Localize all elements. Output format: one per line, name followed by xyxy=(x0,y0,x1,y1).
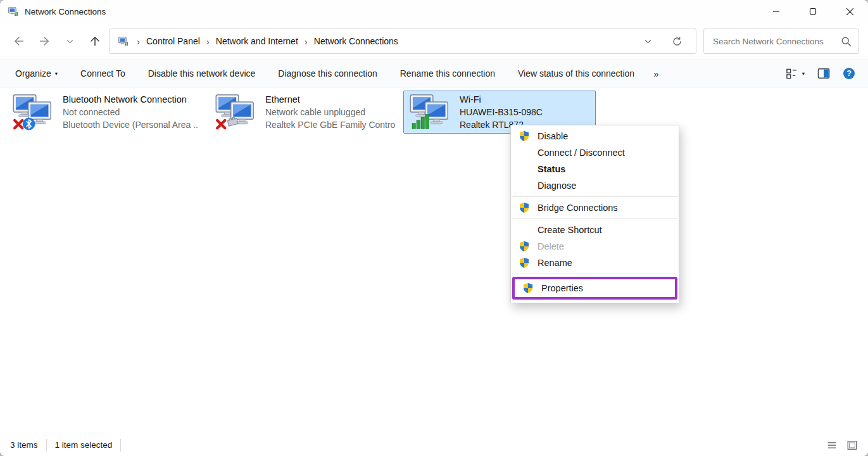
preview-pane-button[interactable] xyxy=(817,68,830,79)
close-button[interactable] xyxy=(831,0,868,23)
status-bar: 3 items 1 item selected xyxy=(0,434,868,456)
address-dropdown-button[interactable] xyxy=(643,36,653,47)
toolbar-item-label: Organize xyxy=(15,68,51,79)
menu-item-label: Connect / Disconnect xyxy=(538,148,625,158)
menu-item-bridge-connections[interactable]: Bridge Connections xyxy=(511,200,679,216)
connection-tile-ethernet[interactable]: EthernetNetwork cable unpluggedRealtek P… xyxy=(209,91,399,134)
toolbar-item-disable-this-network-device[interactable]: Disable this network device xyxy=(148,68,256,79)
refresh-button[interactable] xyxy=(671,35,683,48)
menu-icon-slot xyxy=(519,180,530,191)
uac-shield-icon xyxy=(519,257,530,269)
address-bar[interactable]: ›Control Panel›Network and Internet›Netw… xyxy=(109,28,696,54)
menu-item-rename[interactable]: Rename xyxy=(511,255,679,271)
menu-item-label: Delete xyxy=(538,241,564,251)
up-arrow-icon xyxy=(88,34,102,48)
maximize-button[interactable] xyxy=(795,0,831,23)
connection-status: Not connected xyxy=(63,106,198,118)
connection-name: Wi-Fi xyxy=(460,93,543,106)
properties-highlight-box: Properties xyxy=(512,277,677,300)
menu-item-delete: Delete xyxy=(511,238,679,255)
connection-status: Network cable unplugged xyxy=(265,106,396,118)
uac-shield-icon xyxy=(522,282,534,294)
navigation-bar: ›Control Panel›Network and Internet›Netw… xyxy=(0,23,868,60)
menu-icon-slot xyxy=(519,163,530,175)
toolbar-item-view-status-of-this-connection[interactable]: View status of this connection xyxy=(518,68,634,79)
chevron-down-icon xyxy=(65,36,75,47)
bluetooth-adapter-icon xyxy=(12,94,58,130)
wifi-adapter-icon xyxy=(409,94,455,130)
icons-view-button[interactable] xyxy=(846,440,858,451)
minimize-button[interactable] xyxy=(758,0,795,23)
connection-name: Bluetooth Network Connection xyxy=(63,93,198,106)
uac-shield-icon xyxy=(519,130,530,142)
location-icon xyxy=(118,36,129,47)
toolbar-item-label: Diagnose this connection xyxy=(278,68,377,79)
items-count: 3 items xyxy=(10,440,38,450)
menu-item-label: Create Shortcut xyxy=(538,225,602,235)
window-controls xyxy=(758,0,868,23)
dropdown-caret-icon: ▾ xyxy=(55,70,58,77)
minimize-icon xyxy=(772,8,780,15)
status-divider xyxy=(46,439,47,452)
menu-separator xyxy=(512,218,678,219)
uac-shield-icon xyxy=(519,202,530,213)
connection-info: Bluetooth Network ConnectionNot connecte… xyxy=(63,93,198,131)
menu-item-connect-disconnect[interactable]: Connect / Disconnect xyxy=(511,144,679,161)
breadcrumb-separator: › xyxy=(305,37,308,46)
view-options-button[interactable]: ▾ xyxy=(786,68,805,80)
network-connections-icon xyxy=(8,6,19,17)
svg-text:?: ? xyxy=(846,69,852,78)
menu-item-label: Rename xyxy=(538,258,572,268)
ethernet-adapter-icon xyxy=(215,94,260,130)
menu-item-label: Properties xyxy=(541,283,583,293)
search-icon[interactable] xyxy=(840,35,852,48)
breadcrumb-item-network-and-internet[interactable]: Network and Internet xyxy=(216,36,298,46)
menu-icon-slot xyxy=(519,224,530,236)
menu-separator xyxy=(512,196,678,197)
breadcrumb: ›Control Panel›Network and Internet›Netw… xyxy=(130,36,398,46)
recent-locations-button[interactable] xyxy=(59,30,80,52)
breadcrumb-item-control-panel[interactable]: Control Panel xyxy=(146,36,200,46)
menu-item-status[interactable]: Status xyxy=(511,161,679,177)
breadcrumb-separator: › xyxy=(137,37,140,46)
selection-count: 1 item selected xyxy=(55,440,113,450)
network-connections-window: Network Connections ›Control Panel›Netwo… xyxy=(0,0,868,456)
menu-item-diagnose[interactable]: Diagnose xyxy=(511,177,679,194)
toolbar-item-label: Connect To xyxy=(80,68,125,79)
menu-item-properties[interactable]: Properties xyxy=(515,279,675,297)
menu-icon-slot xyxy=(519,147,530,158)
menu-item-create-shortcut[interactable]: Create Shortcut xyxy=(511,222,679,238)
menu-item-label: Status xyxy=(538,164,565,174)
menu-item-label: Disable xyxy=(538,131,568,141)
breadcrumb-item-network-connections[interactable]: Network Connections xyxy=(314,36,398,46)
list-view-button[interactable] xyxy=(826,440,838,451)
connection-device: Realtek PCIe GbE Family Controller xyxy=(265,118,396,131)
status-divider xyxy=(120,439,121,452)
menu-item-label: Diagnose xyxy=(538,180,576,191)
connection-tile-bluetooth[interactable]: Bluetooth Network ConnectionNot connecte… xyxy=(6,91,201,134)
toolbar-item-label: Rename this connection xyxy=(400,68,495,79)
toolbar-item-connect-to[interactable]: Connect To xyxy=(80,68,125,79)
toolbar-item-organize[interactable]: Organize▾ xyxy=(15,68,58,79)
menu-item-label: Bridge Connections xyxy=(538,203,618,213)
connection-info: EthernetNetwork cable unpluggedRealtek P… xyxy=(265,93,396,131)
view-options-icon xyxy=(786,68,798,80)
command-toolbar: Organize▾Connect ToDisable this network … xyxy=(0,60,868,87)
view-options-caret-icon: ▾ xyxy=(802,70,805,77)
menu-item-disable[interactable]: Disable xyxy=(511,128,679,144)
toolbar-overflow-chevron[interactable]: » xyxy=(653,68,658,79)
toolbar-item-rename-this-connection[interactable]: Rename this connection xyxy=(400,68,495,79)
back-button[interactable] xyxy=(8,30,30,52)
search-input[interactable] xyxy=(712,36,840,47)
forward-arrow-icon xyxy=(37,34,51,48)
forward-button[interactable] xyxy=(34,30,55,52)
connection-device: Bluetooth Device (Personal Area ... xyxy=(63,118,198,131)
up-button[interactable] xyxy=(84,30,106,52)
close-icon xyxy=(846,8,854,16)
toolbar-item-diagnose-this-connection[interactable]: Diagnose this connection xyxy=(278,68,377,79)
help-button[interactable]: ? xyxy=(843,67,855,80)
breadcrumb-separator: › xyxy=(206,37,210,46)
back-arrow-icon xyxy=(12,34,26,48)
window-title: Network Connections xyxy=(25,7,106,16)
connections-list: Bluetooth Network ConnectionNot connecte… xyxy=(0,87,868,434)
